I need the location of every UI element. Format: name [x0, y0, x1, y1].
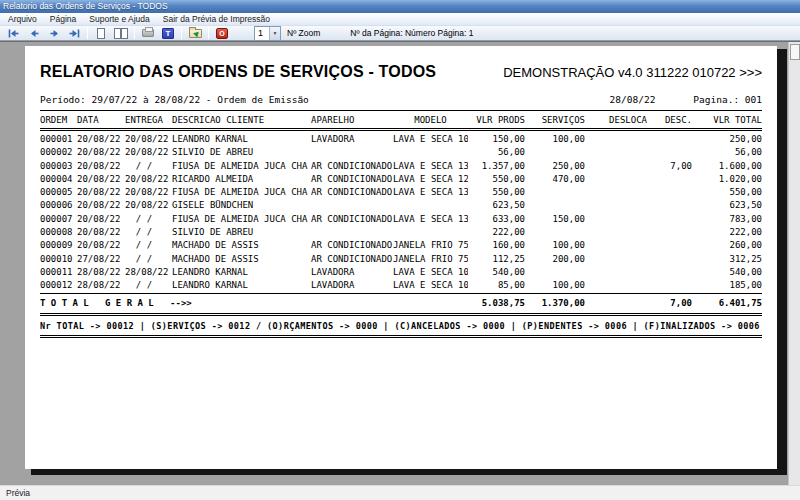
cell-modelo: LAVA E SECA 13	[393, 160, 468, 173]
col-vlr-prods: VLR PRODS	[468, 111, 525, 130]
summary-divider	[40, 335, 762, 338]
cell-ordem: 000009	[40, 239, 77, 252]
vertical-scrollbar[interactable]	[788, 42, 800, 486]
cell-desc	[647, 266, 692, 279]
cell-entrega: / /	[125, 213, 172, 226]
col-modelo: MODELO	[393, 111, 468, 130]
next-page-icon	[49, 29, 60, 38]
total-vlr-total: 6.401,75	[692, 293, 762, 314]
page-shadow	[777, 49, 787, 475]
cell-entrega: / /	[125, 226, 172, 239]
cell-cliente: RICARDO ALMEIDA	[172, 173, 311, 186]
cell-vlr-total: 222,00	[692, 226, 762, 239]
table-row: 00000220/08/2220/08/22SILVIO DE ABREU56,…	[40, 146, 762, 159]
next-page-button[interactable]	[44, 27, 64, 40]
cell-servicos	[525, 266, 585, 279]
col-servicos: SERVIÇOS	[525, 111, 585, 130]
total-vlr-prods: 5.038,75	[468, 293, 525, 314]
report-title: RELATORIO DAS ORDENS DE SERVIÇOS - TODOS	[40, 63, 436, 81]
cell-entrega: 28/08/22	[125, 266, 172, 279]
cell-vlr-prods: 1.357,00	[468, 160, 525, 173]
demo-version-label: DEMONSTRAÇÃO v4.0 311222 010722 >>>	[503, 65, 762, 80]
cell-data: 28/08/22	[77, 266, 125, 279]
period-line: Período: 29/07/22 à 28/08/22 - Ordem de …	[40, 94, 762, 111]
col-desloca: DESLOCA	[585, 111, 647, 130]
cell-cliente: FIUSA DE ALMEIDA JUCA CHA	[172, 160, 311, 173]
cell-desloca	[585, 199, 647, 212]
cell-desloca	[585, 130, 647, 147]
total-section: T O T A L G E R A L -->> 5.038,75 1.370,…	[40, 293, 762, 314]
cell-vlr-prods: 633,00	[468, 213, 525, 226]
preview-area: RELATORIO DAS ORDENS DE SERVIÇOS - TODOS…	[0, 41, 800, 485]
scrollbar-thumb[interactable]	[790, 44, 800, 60]
statusbar: Prévia	[0, 485, 800, 500]
menu-suporte-e-ajuda[interactable]: Suporte e Ajuda	[89, 14, 150, 24]
cell-modelo: JANELA FRIO 75	[393, 239, 468, 252]
cell-modelo: LAVA E SECA 10	[393, 266, 468, 279]
cell-desloca	[585, 146, 647, 159]
cell-entrega: 20/08/22	[125, 199, 172, 212]
previous-page-button[interactable]	[24, 27, 44, 40]
single-page-view-button[interactable]	[91, 27, 111, 40]
col-aparelho: APARELHO	[311, 111, 393, 130]
menu-arquivo[interactable]: Arquivo	[8, 14, 37, 24]
cell-ordem: 000010	[40, 253, 77, 266]
cell-vlr-prods: 222,00	[468, 226, 525, 239]
cell-data: 20/08/22	[77, 146, 125, 159]
cell-data: 20/08/22	[77, 160, 125, 173]
cell-desloca	[585, 266, 647, 279]
cell-servicos	[525, 199, 585, 212]
print-button[interactable]	[138, 27, 158, 40]
col-desc: DESC.	[647, 111, 692, 130]
cell-vlr-total: 56,00	[692, 146, 762, 159]
cell-aparelho: LAVADORA	[311, 130, 393, 147]
cell-vlr-total: 1.600,00	[692, 160, 762, 173]
cell-cliente: LEANDRO KARNAL	[172, 130, 311, 147]
chevron-down-icon[interactable]: ▼	[269, 27, 280, 40]
toolbar-separator	[208, 27, 209, 39]
orders-table: ORDEM DATA ENTREGA DESCRICAO CLIENTE APA…	[40, 111, 762, 316]
cell-servicos	[525, 226, 585, 239]
menu-pagina[interactable]: Página	[50, 14, 76, 24]
cell-data: 27/08/22	[77, 253, 125, 266]
cell-servicos: 470,00	[525, 173, 585, 186]
first-page-button[interactable]	[4, 27, 24, 40]
cell-desloca	[585, 279, 647, 293]
close-preview-button[interactable]: O	[212, 27, 232, 40]
total-desc: 7,00	[647, 293, 692, 314]
cell-vlr-total: 540,00	[692, 266, 762, 279]
menu-sair-da-previa[interactable]: Sair da Prévia de Impressão	[163, 14, 270, 24]
cell-ordem: 000007	[40, 213, 77, 226]
last-page-button[interactable]	[64, 27, 84, 40]
cell-data: 20/08/22	[77, 130, 125, 147]
cell-aparelho: LAVADORA	[311, 279, 393, 293]
cell-modelo	[393, 146, 468, 159]
cell-desc: 7,00	[647, 160, 692, 173]
cell-cliente: SILVIO DE ABREU	[172, 226, 311, 239]
cell-vlr-prods: 150,00	[468, 130, 525, 147]
close-preview-icon: O	[216, 28, 228, 39]
cell-modelo: LAVA E SECA 13	[393, 213, 468, 226]
table-row: 00000720/08/22 / /FIUSA DE ALMEIDA JUCA …	[40, 213, 762, 226]
col-vlr-total: VLR TOTAL	[692, 111, 762, 130]
table-row: 00000320/08/22 / /FIUSA DE ALMEIDA JUCA …	[40, 160, 762, 173]
cell-desloca	[585, 186, 647, 199]
total-servicos: 1.370,00	[525, 293, 585, 314]
cell-servicos: 100,00	[525, 130, 585, 147]
cell-vlr-prods: 550,00	[468, 173, 525, 186]
export-button[interactable]	[185, 27, 205, 40]
col-entrega: ENTREGA	[125, 111, 172, 130]
cell-aparelho	[311, 146, 393, 159]
two-page-view-button[interactable]	[111, 27, 131, 40]
zoom-select-value: 1	[255, 27, 269, 40]
print-setup-button[interactable]: T	[158, 27, 178, 40]
cell-vlr-total: 1.020,00	[692, 173, 762, 186]
table-row: 00001027/08/22 / /MACHADO DE ASSISAR CON…	[40, 253, 762, 266]
cell-data: 20/08/22	[77, 226, 125, 239]
cell-aparelho: AR CONDICIONADO	[311, 253, 393, 266]
cell-ordem: 000006	[40, 199, 77, 212]
cell-cliente: MACHADO DE ASSIS	[172, 253, 311, 266]
zoom-select[interactable]: 1 ▼	[254, 26, 281, 41]
status-text: Prévia	[6, 488, 30, 498]
table-row: 00000120/08/2220/08/22LEANDRO KARNALLAVA…	[40, 130, 762, 147]
